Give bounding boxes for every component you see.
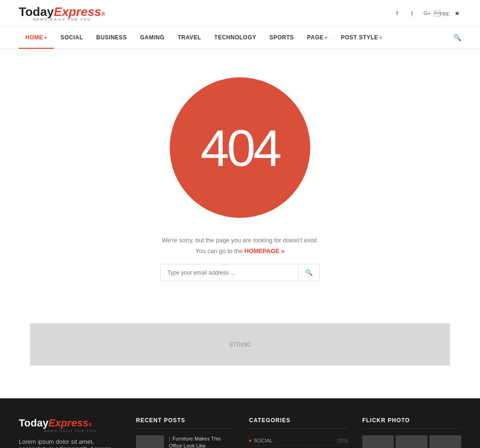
nav-item-technology[interactable]: TECHNOLOGY: [208, 27, 263, 48]
nav-item-home[interactable]: HOME+: [19, 27, 54, 49]
flickr-photo-1[interactable]: [362, 435, 394, 448]
footer-grid: Today Express ® NEWS DAILY FOR YOU Lorem…: [19, 417, 461, 448]
nav-item-travel[interactable]: TRAVEL: [171, 27, 208, 48]
recent-posts-title: RECENT POSTS: [136, 417, 235, 429]
post-link-1[interactable]: Furniture Makes This Office Look Like: [169, 436, 221, 448]
error-code: 404: [201, 118, 280, 178]
facebook-icon[interactable]: f: [393, 9, 401, 17]
post-thumb-1: [136, 435, 164, 448]
main-nav: HOME+ SOCIAL BUSINESS GAMING TRAVEL TECH…: [0, 27, 480, 49]
error-message: We're sorry, but the page you are lookin…: [162, 237, 318, 244]
nav-item-sports[interactable]: SPORTS: [263, 27, 300, 48]
search-box: 🔍: [160, 264, 320, 281]
rss-icon-sym[interactable]: ★: [453, 9, 461, 17]
twitter-icon[interactable]: t: [408, 9, 416, 17]
search-button[interactable]: 🔍: [298, 264, 319, 281]
error-sub-message: You can go to the HOMEPAGE »: [195, 247, 285, 254]
nav-plus-home: +: [44, 35, 47, 40]
flickr-photo-3[interactable]: [429, 435, 461, 448]
footer: Today Express ® NEWS DAILY FOR YOU Lorem…: [0, 398, 480, 448]
footer-flickr: FLICKR PHOTO View more photos »: [362, 417, 461, 448]
header-social-icons: f t G+ rss; ★: [393, 9, 461, 17]
cat-count: (325): [337, 438, 348, 443]
flickr-grid: [362, 435, 461, 448]
footer-logo: Today Express ® NEWS DAILY FOR YOU: [19, 417, 122, 433]
error-code-circle: 404: [170, 77, 310, 218]
footer-about: Today Express ® NEWS DAILY FOR YOU Lorem…: [19, 417, 122, 448]
nav-plus-page: +: [324, 35, 328, 40]
ad-banner: 970x90: [30, 323, 450, 366]
footer-categories: CATEGORIES SOCIAL(325)BUSINESS(6564)GAMI…: [249, 417, 348, 448]
search-input[interactable]: [161, 264, 298, 281]
flickr-photo-2[interactable]: [396, 435, 428, 448]
googleplus-icon[interactable]: G+: [423, 9, 431, 17]
logo-reg: ®: [101, 11, 105, 17]
cat-name[interactable]: SOCIAL: [249, 438, 272, 443]
nav-item-page[interactable]: PAGE+: [300, 27, 334, 48]
nav-plus-post-style: +: [379, 35, 382, 40]
homepage-link[interactable]: HOMEPAGE »: [244, 247, 285, 254]
recent-post-1: | Furniture Makes This Office Look Like …: [136, 435, 235, 448]
header: Today Express ® NEWS DAILY FOR YOU f t G…: [0, 0, 480, 27]
category-item: SOCIAL(325): [249, 435, 348, 446]
categories-title: CATEGORIES: [249, 417, 348, 429]
category-item: BUSINESS(6564): [249, 446, 348, 448]
post-title-1: | Furniture Makes This Office Look Like: [169, 435, 235, 448]
footer-about-text: Lorem ipsum dolor sit amet, consectetuer…: [19, 438, 122, 448]
nav-item-business[interactable]: BUSINESS: [90, 27, 133, 48]
nav-item-social[interactable]: SOCIAL: [54, 27, 90, 48]
search-icon[interactable]: 🔍: [453, 27, 461, 48]
logo[interactable]: Today Express ® NEWS DAILY FOR YOU: [19, 5, 105, 22]
footer-recent-posts: RECENT POSTS | Furniture Makes This Offi…: [136, 417, 235, 448]
nav-item-post-style[interactable]: POST STYLE+: [334, 27, 389, 48]
flickr-title: FLICKR PHOTO: [362, 417, 461, 429]
nav-item-gaming[interactable]: GAMING: [134, 27, 171, 48]
rss-icon[interactable]: rss;: [438, 9, 446, 17]
categories-list: SOCIAL(325)BUSINESS(6564)GAMING(190)TRAV…: [249, 435, 348, 448]
error-section: 404 We're sorry, but the page you are lo…: [0, 49, 480, 300]
